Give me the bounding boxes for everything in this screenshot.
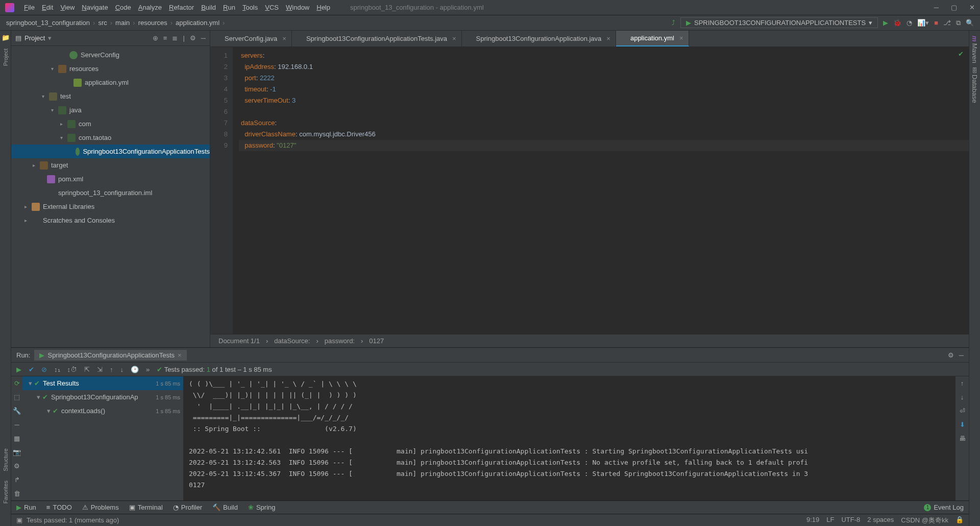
wrench-icon[interactable]: 🔧 — [13, 407, 21, 415]
test-node[interactable]: ▾✔contextLoads()1 s 85 ms — [22, 404, 183, 418]
test-results-tree[interactable]: ▾✔Test Results1 s 85 ms▾✔Springboot13Con… — [22, 376, 184, 500]
menu-item-file[interactable]: File — [20, 2, 38, 13]
caret-pos[interactable]: 9:19 — [806, 516, 819, 525]
breadcrumb-item[interactable]: src — [98, 19, 107, 27]
prev-icon[interactable]: ↑ — [110, 366, 113, 373]
wrap-icon[interactable]: ⏎ — [960, 407, 965, 415]
project-tree[interactable]: ServerConfig▾resourcesapplication.yml▾te… — [11, 46, 210, 347]
tree-node[interactable]: ▸Scratches and Consoles — [11, 213, 210, 227]
gear-icon[interactable]: ⚙ — [948, 351, 954, 359]
tree-node[interactable]: ▾com.taotao — [11, 131, 210, 145]
minimize-icon[interactable]: ─ — [934, 4, 939, 11]
project-tool-tab[interactable]: Project — [3, 46, 9, 68]
line-sep[interactable]: LF — [826, 516, 834, 525]
tree-node[interactable]: springboot_13_configuration.iml — [11, 186, 210, 200]
status-icon[interactable]: ▣ — [16, 516, 22, 524]
rerun-icon[interactable]: ▶ — [16, 366, 21, 373]
toggle-ignored-icon[interactable]: ⊘ — [41, 366, 47, 373]
editor-tab[interactable]: ServerConfig.java× — [210, 31, 292, 46]
chevron-down-icon[interactable]: ▾ — [48, 34, 52, 42]
tree-node[interactable]: ServerConfig — [11, 48, 210, 62]
git-icon[interactable]: ⎇ — [943, 19, 951, 27]
sort-dur-icon[interactable]: ↕⏱ — [67, 366, 78, 373]
code-editor[interactable]: 123456789 servers: ipAddress: 192.168.0.… — [210, 47, 969, 334]
menu-item-navigate[interactable]: Navigate — [78, 2, 111, 13]
menu-item-build[interactable]: Build — [198, 2, 219, 13]
build-tool-tab[interactable]: 🔨Build — [212, 504, 238, 511]
locate-icon[interactable]: ⊕ — [153, 34, 158, 42]
sort-icon[interactable]: ↕₁ — [54, 366, 60, 373]
problems-tool-tab[interactable]: ⚠Problems — [82, 504, 119, 511]
hide-icon[interactable]: ─ — [959, 351, 964, 359]
database-tool-tab[interactable]: 🗄 Database — [971, 65, 978, 105]
print-icon[interactable]: 🖶 — [959, 435, 966, 442]
project-tool-icon[interactable]: 📁 — [2, 34, 10, 41]
structure-tool-tab[interactable]: Structure — [3, 446, 9, 473]
close-icon[interactable]: × — [606, 35, 610, 42]
up-icon[interactable]: ↑ — [961, 379, 964, 387]
menu-item-analyze[interactable]: Analyze — [135, 2, 165, 13]
event-log-tab[interactable]: 1Event Log — [924, 504, 964, 511]
test-node[interactable]: ▾✔Springboot13ConfigurationAp1 s 85 ms — [22, 390, 183, 404]
editor-tab[interactable]: Springboot13ConfigurationApplicationTest… — [292, 31, 462, 46]
maximize-icon[interactable]: ▢ — [951, 4, 957, 11]
console-output[interactable]: ( ( )\___ | '_ | '_| | '_ \ / _` | \ \ \… — [184, 376, 955, 500]
run-tab[interactable]: ▶ Springboot13ConfigurationApplicationTe… — [34, 350, 186, 361]
tree-node[interactable]: pom.xml — [11, 172, 210, 186]
menu-item-view[interactable]: View — [57, 2, 78, 13]
build-icon[interactable]: ⤴ — [672, 19, 675, 27]
editor-tab[interactable]: application.yml× — [616, 31, 689, 46]
maven-tool-tab[interactable]: m Maven — [971, 34, 978, 65]
camera-icon[interactable]: 📷 — [13, 448, 21, 456]
close-icon[interactable]: ✕ — [969, 4, 975, 11]
code-text[interactable]: servers: ipAddress: 192.168.0.1 port: 22… — [233, 47, 969, 334]
gear-icon[interactable]: ⚙ — [190, 34, 196, 42]
search-icon[interactable]: 🔍 — [966, 19, 974, 27]
tree-node[interactable]: ▾test — [11, 89, 210, 103]
open-icon[interactable]: ⧉ — [956, 19, 961, 27]
menu-item-tools[interactable]: Tools — [239, 2, 261, 13]
exit-icon[interactable]: ↱ — [14, 476, 20, 484]
next-icon[interactable]: ↓ — [120, 366, 124, 373]
test-node[interactable]: ▾✔Test Results1 s 85 ms — [22, 376, 183, 390]
tree-node[interactable]: application.yml — [11, 76, 210, 89]
toggle-pass-icon[interactable]: ✔ — [29, 366, 34, 373]
layout-icon[interactable]: ▦ — [14, 435, 20, 442]
rerun-icon[interactable]: ⟳ — [14, 379, 20, 387]
breadcrumb-item[interactable]: application.yml — [176, 19, 219, 27]
tree-node[interactable]: Springboot13ConfigurationApplicationTest… — [11, 145, 210, 158]
close-icon[interactable]: × — [178, 351, 182, 359]
menu-item-window[interactable]: Window — [282, 2, 313, 13]
lock-icon[interactable]: 🔒 — [955, 516, 964, 525]
editor-tab[interactable]: Springboot13ConfigurationApplication.jav… — [462, 31, 616, 46]
menu-item-refactor[interactable]: Refactor — [165, 2, 198, 13]
close-icon[interactable]: × — [452, 35, 456, 42]
breadcrumb-item[interactable]: main — [115, 19, 130, 27]
indent[interactable]: 2 spaces — [867, 516, 894, 525]
menu-item-vcs[interactable]: VCS — [261, 2, 282, 13]
todo-tool-tab[interactable]: ≡TODO — [46, 504, 72, 511]
crumb-item[interactable]: password: — [325, 337, 355, 345]
profiler-tool-tab[interactable]: ◔Profiler — [173, 504, 202, 511]
collapse-all-icon[interactable]: ⇲ — [97, 366, 103, 373]
breadcrumb-item[interactable]: resources — [138, 19, 167, 27]
profile-icon[interactable]: 📊▾ — [917, 19, 929, 27]
tree-node[interactable]: ▾java — [11, 103, 210, 117]
close-icon[interactable]: × — [282, 35, 286, 42]
menu-item-edit[interactable]: Edit — [38, 2, 57, 13]
tree-node[interactable]: ▾resources — [11, 62, 210, 76]
spring-tool-tab[interactable]: ❀Spring — [248, 504, 276, 511]
tree-node[interactable]: ▸target — [11, 158, 210, 172]
hide-icon[interactable]: ─ — [201, 34, 206, 42]
down-icon[interactable]: ↓ — [961, 393, 964, 401]
breadcrumb-item[interactable]: springboot_13_configuration — [6, 19, 90, 27]
expand-icon[interactable]: ≡ — [163, 34, 167, 42]
menu-item-code[interactable]: Code — [112, 2, 135, 13]
crumb-item[interactable]: dataSource: — [274, 337, 310, 345]
run-config-selector[interactable]: ▶ SPRINGBOOT13CONFIGURATIONAPPLICATIONTE… — [680, 17, 878, 28]
fail-icon[interactable]: ⚙ — [14, 462, 20, 470]
encoding[interactable]: UTF-8 — [841, 516, 860, 525]
tree-node[interactable]: ▸com — [11, 117, 210, 131]
run-tool-tab[interactable]: ▶Run — [16, 504, 36, 511]
crumb-item[interactable]: 0127 — [369, 337, 384, 345]
